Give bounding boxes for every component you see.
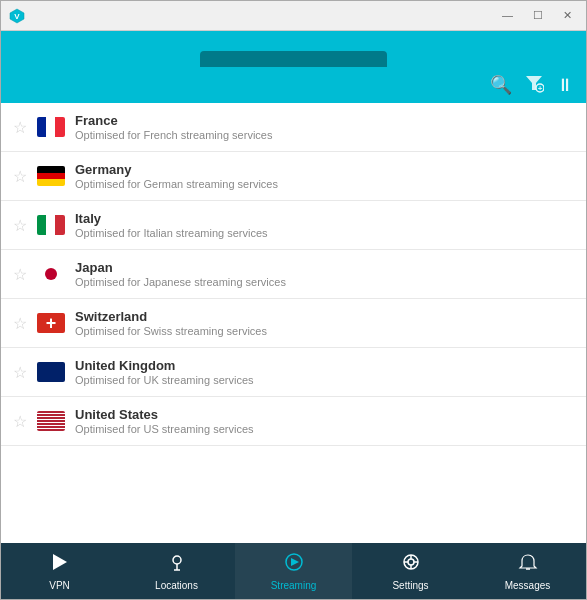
nav-item-streaming[interactable]: Streaming (235, 543, 352, 599)
item-name: Japan (75, 260, 574, 275)
item-name: Italy (75, 211, 574, 226)
nav-icon-vpn (50, 552, 70, 577)
minimize-button[interactable]: — (496, 7, 519, 24)
search-icon[interactable]: 🔍 (490, 74, 512, 96)
item-name: United Kingdom (75, 358, 574, 373)
item-description: Optimised for US streaming services (75, 423, 574, 435)
nav-icon-streaming (284, 552, 304, 577)
item-description: Optimised for Japanese streaming service… (75, 276, 574, 288)
tab-streaming[interactable] (200, 51, 387, 67)
nav-item-settings[interactable]: Settings (352, 543, 469, 599)
tab-multihop[interactable] (387, 51, 574, 67)
nav-label-messages: Messages (505, 580, 551, 591)
pause-icon[interactable]: ⏸ (556, 75, 574, 96)
page-title (1, 41, 586, 51)
toolbar: 🔍 + ⏸ (1, 67, 586, 103)
item-name: United States (75, 407, 574, 422)
list-item[interactable]: ☆United KingdomOptimised for UK streamin… (1, 348, 586, 397)
svg-text:+: + (538, 84, 543, 93)
favorite-star[interactable]: ☆ (13, 363, 27, 382)
item-text: FranceOptimised for French streaming ser… (75, 113, 574, 141)
item-description: Optimised for Italian streaming services (75, 227, 574, 239)
list-item[interactable]: ☆ItalyOptimised for Italian streaming se… (1, 201, 586, 250)
favorite-star[interactable]: ☆ (13, 167, 27, 186)
svg-marker-8 (291, 558, 299, 566)
item-text: GermanyOptimised for German streaming se… (75, 162, 574, 190)
app-icon: V (9, 8, 25, 24)
close-button[interactable]: ✕ (557, 7, 578, 24)
svg-point-6 (173, 556, 181, 564)
item-text: JapanOptimised for Japanese streaming se… (75, 260, 574, 288)
nav-icon-settings (401, 552, 421, 577)
nav-label-locations: Locations (155, 580, 198, 591)
item-name: Germany (75, 162, 574, 177)
item-name: Switzerland (75, 309, 574, 324)
svg-marker-5 (53, 554, 67, 570)
list-item[interactable]: ☆SwitzerlandOptimised for Swiss streamin… (1, 299, 586, 348)
flag-italy (37, 215, 65, 235)
item-text: ItalyOptimised for Italian streaming ser… (75, 211, 574, 239)
nav-label-streaming: Streaming (271, 580, 317, 591)
tabs (13, 51, 574, 67)
flag-japan (37, 264, 65, 284)
item-text: United KingdomOptimised for UK streaming… (75, 358, 574, 386)
item-description: Optimised for UK streaming services (75, 374, 574, 386)
tab-standard[interactable] (13, 51, 200, 67)
item-description: Optimised for Swiss streaming services (75, 325, 574, 337)
flag-france (37, 117, 65, 137)
svg-point-10 (408, 559, 414, 565)
list-item[interactable]: ☆GermanyOptimised for German streaming s… (1, 152, 586, 201)
item-name: France (75, 113, 574, 128)
item-description: Optimised for French streaming services (75, 129, 574, 141)
header (1, 31, 586, 67)
maximize-button[interactable]: ☐ (527, 7, 549, 24)
item-text: United StatesOptimised for US streaming … (75, 407, 574, 435)
favorite-star[interactable]: ☆ (13, 216, 27, 235)
favorite-star[interactable]: ☆ (13, 265, 27, 284)
nav-icon-locations (167, 552, 187, 577)
list-item[interactable]: ☆JapanOptimised for Japanese streaming s… (1, 250, 586, 299)
list-item[interactable]: ☆United StatesOptimised for US streaming… (1, 397, 586, 446)
filter-icon[interactable]: + (524, 73, 544, 97)
title-bar: V — ☐ ✕ (1, 1, 586, 31)
favorite-star[interactable]: ☆ (13, 314, 27, 333)
favorite-star[interactable]: ☆ (13, 412, 27, 431)
svg-text:V: V (14, 12, 20, 21)
bottom-nav: VPNLocationsStreamingSettingsMessages (1, 543, 586, 599)
flag-uk (37, 362, 65, 382)
list-item[interactable]: ☆FranceOptimised for French streaming se… (1, 103, 586, 152)
nav-item-vpn[interactable]: VPN (1, 543, 118, 599)
window-controls[interactable]: — ☐ ✕ (496, 7, 578, 24)
flag-switzerland (37, 313, 65, 333)
item-description: Optimised for German streaming services (75, 178, 574, 190)
nav-label-settings: Settings (392, 580, 428, 591)
nav-item-messages[interactable]: Messages (469, 543, 586, 599)
flag-us (37, 411, 65, 431)
favorite-star[interactable]: ☆ (13, 118, 27, 137)
flag-germany (37, 166, 65, 186)
location-list: ☆FranceOptimised for French streaming se… (1, 103, 586, 543)
nav-item-locations[interactable]: Locations (118, 543, 235, 599)
item-text: SwitzerlandOptimised for Swiss streaming… (75, 309, 574, 337)
nav-icon-messages (518, 552, 538, 577)
nav-label-vpn: VPN (49, 580, 70, 591)
